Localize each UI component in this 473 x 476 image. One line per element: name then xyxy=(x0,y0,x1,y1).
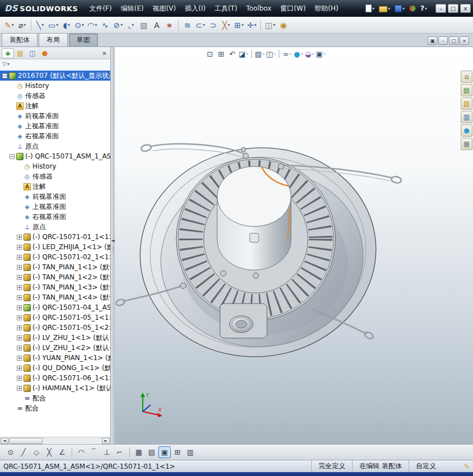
snap-point-icon[interactable]: ⊙ xyxy=(4,446,17,458)
help-icon[interactable]: ?▾ xyxy=(419,3,429,13)
status-custom-dropdown[interactable]: 自定义 xyxy=(409,460,458,472)
tree-item[interactable]: +(-) HAIMIAN_1<1> (默认 xyxy=(0,383,110,393)
expand-icon[interactable]: + xyxy=(17,265,22,270)
tree-item[interactable]: ∞配合 xyxy=(0,403,110,413)
scrollbar-thumb[interactable] xyxy=(9,438,43,444)
graphics-viewport[interactable]: ⊡⊞↶◪▾▧▾◫▾∞▾●▾◒▾▣▾ ⌂▤▨▥●▦ Y X xyxy=(115,47,473,444)
appearances-icon[interactable]: ● xyxy=(461,124,472,137)
scroll-left-icon[interactable]: ◄ xyxy=(1,438,8,444)
tree-item[interactable]: ◈右视基准面 xyxy=(0,131,110,141)
snap-angle-icon[interactable]: ∠ xyxy=(56,446,68,458)
tree-item[interactable]: +(-) TAN_PIAN_1<3> (默认 xyxy=(0,282,110,292)
tree-item[interactable]: ⊥原点 xyxy=(0,222,110,232)
doc-close-button[interactable]: × xyxy=(460,36,469,45)
snap-perpendicular-icon[interactable]: ⊥ xyxy=(101,446,113,458)
display-style-icon[interactable]: ◫▾ xyxy=(265,48,277,59)
tree-item[interactable]: +(-) QRC-15071-05_1<1> (默 xyxy=(0,312,110,323)
close-button[interactable]: × xyxy=(460,4,471,13)
rectangle-icon[interactable]: ▭▾ xyxy=(46,18,60,32)
tree-item[interactable]: ◈右视基准面 xyxy=(0,212,110,222)
tab-sketch[interactable]: 草图 xyxy=(69,33,98,46)
menu-window[interactable]: 窗口(W) xyxy=(276,2,310,15)
tree-item[interactable]: ∞配合 xyxy=(0,393,110,403)
snap-arc-icon[interactable]: ⌒ xyxy=(88,446,100,458)
table-view-icon[interactable]: ▥ xyxy=(184,446,196,458)
model-3d[interactable] xyxy=(115,47,473,444)
tree-item[interactable]: −(-) QRC-15071_ASM_1_ASM<1 xyxy=(0,151,110,161)
plane-icon[interactable]: ▧ xyxy=(137,18,150,32)
displaymanager-tab[interactable]: ● xyxy=(39,48,51,58)
expand-icon[interactable]: + xyxy=(17,235,22,240)
tree-item[interactable]: +(-) QU_DONG_1<1> (默认 xyxy=(0,363,110,373)
open-document-icon[interactable]: ▾ xyxy=(377,4,392,13)
menu-toolbox[interactable]: Toolbox xyxy=(242,3,276,14)
tree-item[interactable]: +(-) TAN_PIAN_1<2> (默认 xyxy=(0,272,110,282)
tree-item[interactable]: A注解 xyxy=(0,101,110,111)
view-settings-icon[interactable]: ▣▾ xyxy=(315,48,326,59)
tree-item[interactable]: ◈上视基准面 xyxy=(0,121,110,131)
sketch-icon[interactable]: ✎▾ xyxy=(3,18,16,32)
expand-icon[interactable]: + xyxy=(17,315,22,320)
save-icon[interactable]: ▾ xyxy=(393,4,406,13)
propertymanager-tab[interactable]: ▤ xyxy=(14,48,26,58)
menu-edit[interactable]: 编辑(E) xyxy=(116,2,148,15)
snap-line-icon[interactable]: ╱ xyxy=(17,446,30,458)
expand-icon[interactable]: + xyxy=(17,305,22,310)
collapse-icon[interactable]: − xyxy=(2,73,7,78)
spline-icon[interactable]: ∿ xyxy=(99,18,111,32)
panel-expand-chevron[interactable]: » xyxy=(100,49,109,57)
filter-dropdown-icon[interactable]: ▾ xyxy=(7,62,10,67)
circle-icon[interactable]: ⊙▾ xyxy=(73,18,86,32)
tree-item[interactable]: +(-) YUAN_PIAN_1<1> (默 xyxy=(0,353,110,363)
expand-icon[interactable]: + xyxy=(17,255,22,260)
text-icon[interactable]: A xyxy=(150,18,163,32)
tree-item[interactable]: ◈上视基准面 xyxy=(0,202,110,212)
menu-tools[interactable]: 工具(T) xyxy=(210,2,242,15)
menu-file[interactable]: 文件(F) xyxy=(85,2,116,15)
expand-icon[interactable]: + xyxy=(17,386,22,391)
tree-item[interactable]: +(-) LED_ZHIJIA_1<1> (默... xyxy=(0,242,110,252)
hide-show-items-icon[interactable]: ∞▾ xyxy=(282,48,293,59)
point-icon[interactable]: ∗ xyxy=(163,18,176,32)
tree-item[interactable]: +(-) TAN_PIAN_1<4> (默认 xyxy=(0,292,110,302)
expand-icon[interactable]: + xyxy=(17,366,22,371)
rebuild-icon[interactable] xyxy=(408,4,418,13)
tree-item[interactable]: ◎传感器 xyxy=(0,171,110,181)
filter-icon[interactable]: ▽ xyxy=(2,61,7,67)
collapse-icon[interactable]: − xyxy=(10,154,15,159)
tree-item[interactable]: +(-) LV_ZHU_1<2> (默认< xyxy=(0,343,110,353)
tree-item[interactable]: ◷History xyxy=(0,81,110,91)
edit-appearance-icon[interactable]: ●▾ xyxy=(293,48,304,59)
linear-sketch-pattern-icon[interactable]: ⊞▾ xyxy=(232,18,245,32)
slot-icon[interactable]: ◖▾ xyxy=(60,18,73,32)
new-document-icon[interactable]: ▾ xyxy=(364,3,376,13)
view-orientation-icon[interactable]: ▧▾ xyxy=(254,48,265,59)
home-icon[interactable]: ⌂ xyxy=(461,71,472,83)
snap-tangent-icon[interactable]: ◠ xyxy=(75,446,87,458)
tree-item[interactable]: A注解 xyxy=(0,181,110,192)
design-library-icon[interactable]: ▤ xyxy=(461,84,472,96)
line-icon[interactable]: ╲▾ xyxy=(34,18,46,32)
custom-properties-icon[interactable]: ▦ xyxy=(461,138,472,150)
doc-minimize-button[interactable]: – xyxy=(438,36,448,45)
featuremanager-tree-tab[interactable]: ◈ xyxy=(2,48,14,58)
tree-item[interactable]: ◈前视基准面 xyxy=(0,111,110,121)
snap-grid-icon[interactable]: ▦ xyxy=(133,446,145,458)
configurationmanager-tab[interactable]: ◫ xyxy=(26,48,39,58)
ellipse-icon[interactable]: ⊘▾ xyxy=(111,18,124,32)
tree-item[interactable]: +(-) TAN_PIAN_1<1> (默认 xyxy=(0,262,110,272)
expand-icon[interactable]: + xyxy=(17,325,22,330)
smart-dimension-icon[interactable]: ⌀▾ xyxy=(16,18,29,32)
menu-view[interactable]: 视图(V) xyxy=(148,2,181,15)
expand-icon[interactable]: + xyxy=(17,295,22,300)
expand-icon[interactable]: + xyxy=(17,356,22,361)
arc-icon[interactable]: ◠▾ xyxy=(86,18,99,32)
snap-intersection-icon[interactable]: ╳ xyxy=(43,446,55,458)
menu-insert[interactable]: 插入(I) xyxy=(180,2,210,15)
convert-entities-icon[interactable]: ⊃ xyxy=(207,18,219,32)
tree-item[interactable]: +(-) QRC-15071-06_1<1> (默 xyxy=(0,373,110,383)
maximize-button[interactable]: □ xyxy=(448,4,458,13)
tree-item[interactable]: +(-) QRC-15071-01_1<1> (默 xyxy=(0,232,110,242)
expand-icon[interactable]: + xyxy=(17,245,22,250)
view-palette-icon[interactable]: ▥ xyxy=(461,111,472,123)
